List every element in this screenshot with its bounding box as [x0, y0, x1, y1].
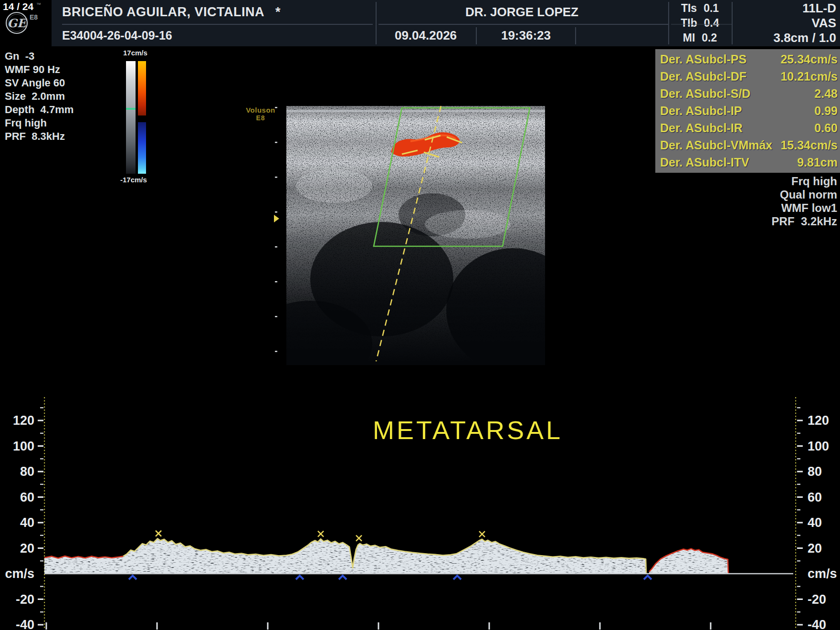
skin-line: [286, 110, 545, 112]
axis-minor-tick: [40, 611, 43, 612]
axis-tick-label-right: 120: [808, 413, 840, 428]
measurement-value: 0.99: [814, 104, 838, 118]
axis-tick-label-left: cm/s: [3, 567, 34, 581]
axis-major-tick: [797, 445, 803, 447]
focus-arrow-icon: [274, 215, 279, 222]
axis-minor-tick: [40, 586, 43, 587]
color-scale-max-label: 17cm/s: [123, 49, 147, 57]
axis-minor-tick: [797, 509, 800, 510]
measurement-value: 2.48: [814, 87, 838, 101]
axis-major-tick: [38, 598, 43, 600]
axis-major-tick: [797, 624, 803, 626]
measurement-row: Der. ASubcl-VMmáx15.34cm/s: [655, 138, 840, 152]
trough-marker-icon: [453, 576, 461, 579]
time-axis-tick: [710, 622, 712, 630]
patient-name: BRICEÑO AGUILAR, VICTALINA *: [62, 5, 281, 20]
preset-name: VAS: [811, 16, 836, 31]
trough-marker-icon: [129, 576, 136, 579]
axis-major-tick: [797, 598, 803, 600]
measurement-label: Der. ASubcl-VMmáx: [660, 138, 772, 152]
axis-tick-label-left: 20: [3, 541, 34, 556]
time-axis-tick: [157, 622, 158, 630]
axis-major-tick: [797, 522, 803, 524]
acquisition-params-left: Gn -3 WMF 90 Hz SV Angle 60 Size 2.0mm D…: [5, 50, 74, 143]
axis-tick-label-left: 80: [3, 464, 34, 479]
axis-minor-tick: [40, 509, 43, 510]
header-bar: BRICEÑO AGUILAR, VICTALINA * E34004-26-0…: [52, 0, 840, 46]
axis-major-tick: [38, 420, 43, 421]
acquisition-params-right: Frq high Qual norm WMF low1 PRF 3.2kHz: [772, 175, 837, 228]
peak-marker-icon: [356, 536, 362, 541]
measurement-row: Der. ASubcl-S/D2.48: [655, 87, 840, 101]
measurement-row: Der. ASubcl-IP0.99: [655, 104, 840, 118]
peak-marker-icon: [156, 531, 161, 536]
probe-zone: 11L-D VAS 3.8cm / 1.0: [732, 0, 840, 46]
axis-tick-label-right: cm/s: [808, 567, 840, 581]
axis-tick-label-left: 60: [3, 490, 34, 504]
axis-tick-label-left: 40: [3, 515, 34, 530]
axis-major-tick: [38, 547, 43, 549]
ultrasound-image: [262, 98, 568, 441]
time-axis-tick: [378, 622, 379, 630]
axis-minor-tick: [40, 484, 43, 485]
measurement-label: Der. ASubcl-S/D: [660, 87, 750, 101]
axis-minor-tick: [797, 586, 800, 587]
time-axis-tick: [46, 622, 47, 630]
axis-major-tick: [38, 445, 43, 447]
depth-ruler: [275, 107, 277, 352]
axis-minor-tick: [40, 458, 43, 459]
ti-zone: TIs0.1 TIb0.4 MI0.2: [668, 0, 732, 46]
trough-marker-icon: [296, 576, 304, 579]
physician-zone: DR. JORGE LOPEZ 09.04.2026 19:36:23: [376, 0, 668, 46]
measurement-row: Der. ASubcl-IR0.60: [655, 121, 840, 135]
axis-minor-tick: [797, 433, 800, 434]
axis-tick-label-left: 100: [3, 439, 34, 453]
axis-minor-tick: [797, 560, 800, 561]
axis-minor-tick: [40, 407, 43, 408]
measurement-label: Der. ASubcl-PS: [660, 52, 746, 66]
ti-row: MI0.2: [668, 32, 732, 44]
axis-tick-label-right: 20: [808, 541, 840, 556]
envelope-red-1: [44, 556, 123, 558]
measurement-label: Der. ASubcl-IR: [660, 121, 743, 135]
color-scale-min-label: -17cm/s: [120, 176, 147, 184]
axis-minor-tick: [797, 458, 800, 459]
axis-tick-label-left: 120: [3, 413, 34, 428]
axis-tick-label-right: 100: [808, 439, 840, 453]
probe-name: 11L-D: [802, 1, 836, 16]
measurement-value: 10.21cm/s: [780, 70, 838, 84]
axis-tick-label-left: -40: [3, 618, 34, 630]
axis-minor-tick: [40, 433, 43, 434]
axis-major-tick: [38, 471, 43, 472]
svg-text:GE: GE: [8, 16, 28, 30]
axis-major-tick: [38, 522, 43, 524]
voluson-watermark: Voluson E8: [245, 106, 276, 122]
measurement-row: Der. ASubcl-ITV9.81cm: [655, 156, 840, 169]
measurement-row: Der. ASubcl-DF10.21cm/s: [655, 70, 840, 84]
axis-minor-tick: [797, 484, 800, 485]
axis-major-tick: [797, 547, 803, 549]
spectrum-speckle: [44, 556, 123, 574]
physician-name: DR. JORGE LOPEZ: [465, 5, 578, 20]
doppler-colorbar-positive: [138, 61, 146, 116]
ge-logo-icon: GE: [4, 10, 31, 37]
measurement-results-panel: Der. ASubcl-PS25.34cm/sDer. ASubcl-DF10.…: [655, 49, 840, 173]
exam-date: 09.04.2026: [376, 28, 476, 43]
exam-time: 19:36:23: [477, 28, 575, 43]
measurement-value: 25.34cm/s: [780, 52, 838, 66]
spectrum-speckle: [123, 538, 646, 574]
measurement-label: Der. ASubcl-ITV: [660, 156, 749, 169]
trough-marker-icon: [339, 576, 346, 579]
peak-marker-icon: [479, 531, 485, 537]
axis-tick-label-right: 80: [808, 464, 840, 479]
axis-major-tick: [38, 496, 43, 498]
peak-marker-icon: [318, 531, 324, 537]
axis-minor-tick: [797, 407, 800, 408]
grayscale-bar: [126, 61, 136, 174]
axis-major-tick: [38, 624, 43, 626]
axis-minor-tick: [797, 611, 800, 612]
ti-row: TIb0.4: [668, 17, 732, 30]
axis-minor-tick: [40, 535, 43, 536]
axis-tick-label-right: 40: [808, 515, 840, 530]
trademark-symbol: ™: [36, 2, 41, 7]
